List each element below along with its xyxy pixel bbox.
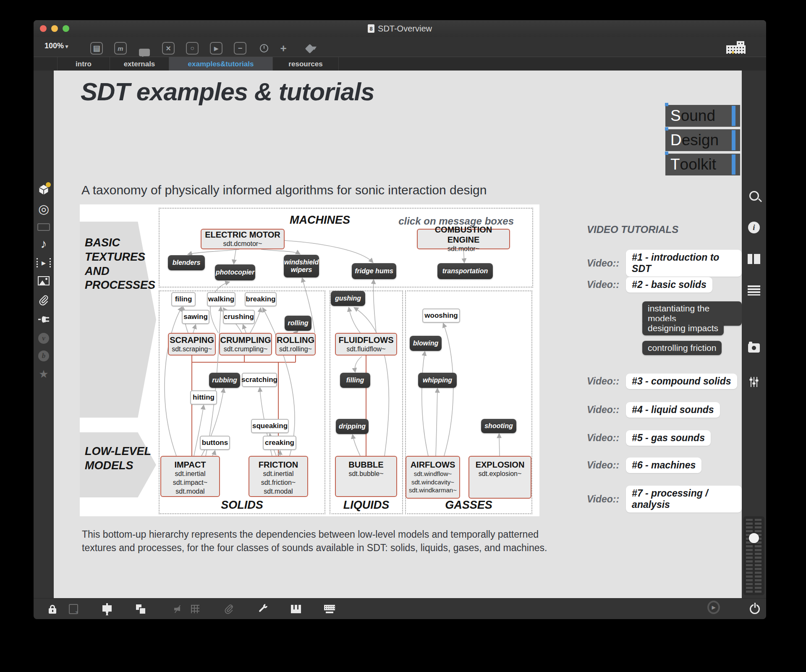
comment-object-icon[interactable]	[138, 42, 151, 55]
panel-object-icon[interactable]	[90, 42, 103, 55]
info-icon[interactable]	[742, 222, 766, 233]
camera-icon[interactable]	[742, 343, 766, 353]
tab-intro[interactable]: intro	[57, 57, 110, 71]
tab-resources[interactable]: resources	[273, 57, 339, 71]
model-crumpling[interactable]: CRUMPLING sdt.crumpling~	[219, 333, 272, 356]
tab-externals[interactable]: externals	[110, 57, 169, 71]
message-dripping[interactable]: dripping	[336, 419, 369, 434]
texture-wooshing[interactable]: wooshing	[422, 309, 460, 323]
model-airflows[interactable]: AIRFLOWS sdt.windflow~ sdt.windcavity~ s…	[406, 456, 460, 499]
message-whipping[interactable]: whipping	[418, 373, 457, 388]
video-1-button[interactable]: #1 - introduction to SDT	[626, 250, 742, 277]
video-row-5: Video:: #5 - gas sounds	[587, 430, 711, 446]
model-friction[interactable]: FRICTION sdt.inertial sdt.friction~ sdt.…	[249, 456, 308, 497]
message-blenders[interactable]: blenders	[168, 255, 205, 270]
select-icon[interactable]	[67, 604, 80, 614]
message-windshield-wipers[interactable]: windshield wipers	[284, 255, 319, 277]
package-icon[interactable]	[34, 184, 54, 196]
model-explosion[interactable]: EXPLOSION sdt.explosion~	[468, 456, 531, 499]
message-rubbing[interactable]: rubbing	[209, 373, 240, 388]
playbar-object-icon[interactable]	[210, 42, 222, 55]
paperclip-icon[interactable]	[34, 294, 54, 306]
mute-icon[interactable]	[171, 604, 184, 614]
message-rolling[interactable]: rolling	[285, 316, 311, 331]
texture-creaking[interactable]: creaking	[263, 436, 296, 450]
presentation-icon[interactable]	[101, 604, 113, 614]
button-object-icon[interactable]	[162, 42, 175, 55]
title-bar[interactable]: SDT-Overview	[34, 20, 766, 37]
logo-blue-bar	[732, 154, 735, 175]
message-gushing[interactable]: gushing	[331, 291, 365, 306]
toggle-object-icon[interactable]	[186, 42, 199, 55]
model-bubble[interactable]: BUBBLE sdt.bubble~	[335, 456, 397, 497]
texture-crushing[interactable]: crushing	[223, 310, 255, 324]
note-icon[interactable]: ♪	[34, 238, 54, 250]
model-impact[interactable]: IMPACT sdt.inertial sdt.impact~ sdt.moda…	[160, 456, 220, 497]
blog-badge	[38, 350, 49, 361]
video-6-button[interactable]: #6 - machines	[626, 458, 701, 473]
search-icon[interactable]	[742, 191, 766, 201]
paint-bucket-icon[interactable]	[306, 42, 317, 54]
panes-icon[interactable]	[742, 254, 766, 264]
star-icon[interactable]	[34, 368, 54, 381]
model-scraping[interactable]: SCRAPING sdt.scraping~	[168, 333, 216, 356]
list-icon[interactable]	[742, 285, 766, 295]
keyboard-icon[interactable]	[323, 604, 336, 614]
model-rolling[interactable]: ROLLING sdt.rolling~	[275, 333, 316, 356]
attach-icon[interactable]	[222, 604, 235, 614]
video-2-button[interactable]: #2 - basic solids	[626, 277, 712, 293]
message-shooting[interactable]: shooting	[481, 419, 516, 433]
texture-buttons[interactable]: buttons	[200, 436, 230, 450]
video-5-button[interactable]: #5 - gas sounds	[626, 430, 711, 446]
chapter-designing-impacts-button[interactable]: designing impacts	[642, 321, 724, 335]
vimeo-icon[interactable]	[34, 333, 54, 344]
piano-icon[interactable]	[290, 604, 302, 614]
video-4-button[interactable]: #4 - liquid sounds	[626, 402, 720, 418]
message-fridge-hums[interactable]: fridge hums	[352, 263, 396, 279]
message-object-icon[interactable]	[114, 42, 127, 55]
rings-icon[interactable]: ◎	[34, 203, 54, 215]
video-3-button[interactable]: #3 - compound solids	[626, 374, 737, 389]
logo-rest: ound	[681, 107, 715, 125]
copy-icon[interactable]	[134, 604, 147, 614]
texture-hitting[interactable]: hitting	[190, 390, 217, 405]
slider-object-icon[interactable]	[234, 42, 246, 55]
vimeo-badge	[38, 333, 49, 344]
zoom-level-dropdown[interactable]: 100%	[44, 42, 68, 50]
gain-slider-knob[interactable]	[749, 533, 759, 543]
grid-shape	[191, 605, 199, 613]
message-blowing[interactable]: blowing	[410, 336, 442, 351]
texture-squeaking[interactable]: squeaking	[251, 419, 289, 433]
model-electric-motor[interactable]: ELECTRIC MOTOR sdt.dcmotor~	[201, 229, 285, 249]
add-object-icon[interactable]	[277, 42, 290, 55]
plug-icon[interactable]	[34, 314, 54, 324]
video-label: Video::	[587, 258, 619, 269]
power-icon[interactable]	[748, 604, 761, 614]
texture-filing[interactable]: filing	[171, 292, 196, 306]
blog-icon[interactable]	[34, 350, 54, 361]
chapter-controlling-friction-button[interactable]: controlling friction	[642, 341, 722, 355]
texture-scratching[interactable]: scratching	[242, 373, 277, 387]
video-7-button[interactable]: #7 - processing / analysis	[626, 486, 742, 512]
activity-icon[interactable]	[707, 602, 720, 613]
logo-row-sound: Sound	[665, 105, 740, 127]
grid-icon[interactable]	[189, 604, 202, 614]
texture-walking[interactable]: walking	[207, 292, 236, 306]
texture-sawing[interactable]: sawing	[182, 310, 209, 324]
model-combustion-engine[interactable]: COMBUSTION ENGINE sdt.motor~	[417, 229, 510, 249]
amp-icon[interactable]	[34, 223, 54, 231]
model-fluidflows[interactable]: FLUIDFLOWS sdt.fluidflow~	[335, 333, 397, 356]
lock-icon[interactable]	[46, 604, 59, 614]
filters-icon[interactable]	[742, 376, 766, 388]
message-filling[interactable]: filling	[340, 373, 370, 388]
tab-examples-tutorials[interactable]: examples&tutorials	[169, 57, 273, 71]
message-photocopier[interactable]: photocopier	[215, 264, 255, 280]
workspace-grid-icon[interactable]	[726, 41, 746, 54]
wrench-icon[interactable]	[256, 604, 269, 614]
dial-object-icon[interactable]	[258, 42, 270, 55]
image-icon[interactable]	[34, 276, 54, 285]
clips-icon[interactable]	[34, 258, 54, 267]
notification-dot	[46, 182, 51, 187]
texture-breaking[interactable]: breaking	[245, 292, 277, 306]
message-transportation[interactable]: transportation	[437, 263, 493, 279]
